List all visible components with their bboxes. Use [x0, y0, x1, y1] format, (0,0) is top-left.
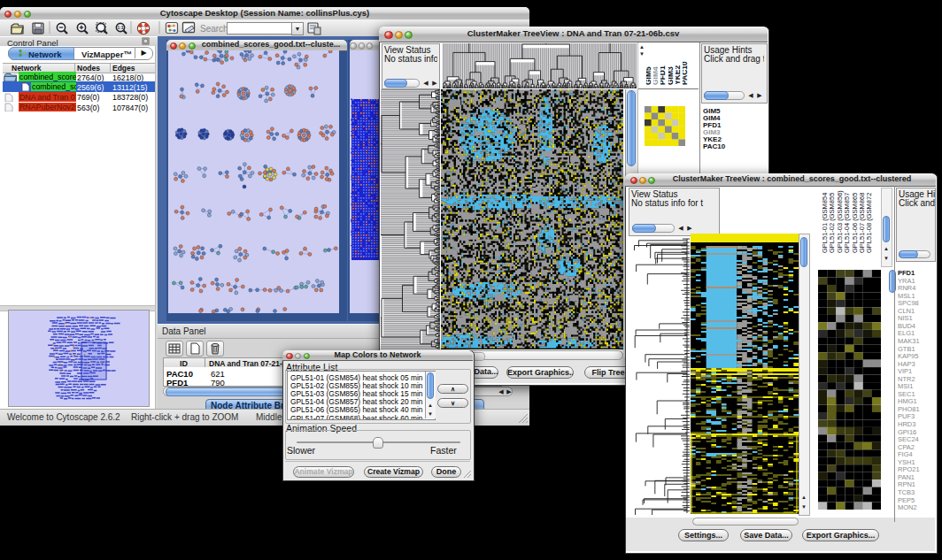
svg-text:YKE2: YKE2: [676, 65, 682, 85]
svg-text:PFD1: PFD1: [660, 65, 667, 85]
svg-text:GPL51-06 (GSM865: GPL51-06 (GSM865: [853, 193, 859, 253]
svg-text:GPL51-04 (GSM857: GPL51-04 (GSM857: [845, 193, 851, 253]
svg-text:GPL51-08 (GSM872: GPL51-08 (GSM872: [867, 193, 873, 253]
svg-text:GPL51-02 (GSM855: GPL51-02 (GSM855: [830, 193, 836, 253]
svg-text:GIM4: GIM4: [653, 66, 660, 85]
svg-text:GIM5: GIM5: [646, 66, 652, 85]
svg-text:GPL51-01 (GSM854: GPL51-01 (GSM854: [822, 193, 829, 253]
svg-text:GPL51-03 (GSM856): GPL51-03 (GSM856): [838, 190, 844, 253]
svg-text:GIM3: GIM3: [668, 66, 675, 85]
svg-text:PAC10: PAC10: [683, 61, 689, 85]
svg-text:GPL51-07 (GSM868: GPL51-07 (GSM868: [860, 193, 866, 253]
svg-text:1:1: 1:1: [117, 25, 123, 30]
